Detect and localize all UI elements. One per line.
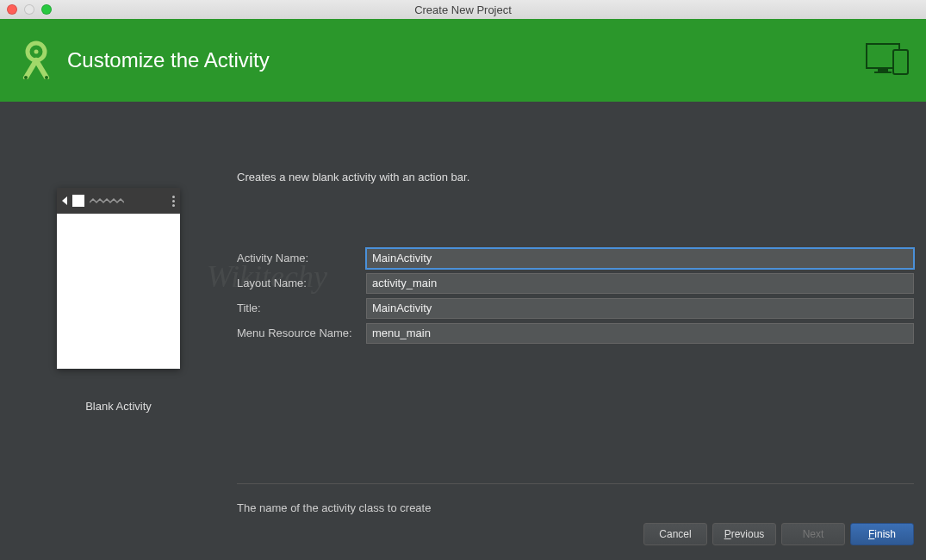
app-icon-placeholder (72, 195, 84, 207)
banner-title: Customize the Activity (67, 48, 270, 72)
input-activity-name[interactable] (366, 248, 914, 269)
row-title: Title: (237, 296, 914, 320)
input-layout-name[interactable] (366, 273, 914, 294)
window-title: Create New Project (0, 3, 926, 16)
label-menu-resource: Menu Resource Name: (237, 327, 366, 339)
svg-point-1 (34, 50, 39, 54)
row-layout-name: Layout Name: (237, 271, 914, 296)
back-icon (62, 196, 67, 205)
titlebar: Create New Project (0, 0, 926, 19)
label-title: Title: (237, 302, 366, 314)
footer-buttons: Cancel Previous Next Finish (0, 508, 926, 560)
previous-button[interactable]: Previous (712, 523, 776, 545)
svg-point-2 (24, 76, 28, 79)
main-content: Blank Activity Creates a new blank activ… (0, 102, 926, 508)
divider (237, 483, 914, 484)
label-activity-name: Activity Name: (237, 252, 366, 264)
template-preview-column: Blank Activity (0, 102, 237, 508)
maximize-window-button[interactable] (41, 4, 52, 15)
title-placeholder-icon (90, 197, 167, 204)
overflow-menu-icon (172, 196, 175, 207)
svg-rect-6 (874, 72, 892, 73)
svg-point-3 (45, 76, 48, 79)
window-controls (7, 4, 52, 15)
svg-rect-7 (893, 50, 908, 74)
template-label: Blank Activity (85, 400, 152, 413)
description-text: Creates a new blank activity with an act… (237, 171, 914, 184)
finish-button[interactable]: Finish (850, 523, 914, 545)
devices-icon (866, 43, 909, 79)
label-layout-name: Layout Name: (237, 277, 366, 289)
thumbnail-actionbar (57, 188, 180, 214)
svg-rect-5 (878, 68, 888, 72)
banner: Customize the Activity (0, 19, 926, 102)
minimize-window-button[interactable] (24, 4, 34, 15)
close-window-button[interactable] (7, 4, 17, 15)
input-title[interactable] (366, 298, 914, 319)
cancel-button[interactable]: Cancel (643, 523, 707, 545)
row-menu-resource: Menu Resource Name: (237, 320, 914, 345)
next-button[interactable]: Next (781, 523, 845, 545)
template-thumbnail[interactable] (57, 188, 180, 369)
thumbnail-body (57, 214, 180, 369)
row-activity-name: Activity Name: (237, 246, 914, 271)
form-column: Creates a new blank activity with an act… (237, 102, 926, 508)
android-studio-logo-icon (16, 38, 57, 83)
input-menu-resource[interactable] (366, 323, 914, 344)
